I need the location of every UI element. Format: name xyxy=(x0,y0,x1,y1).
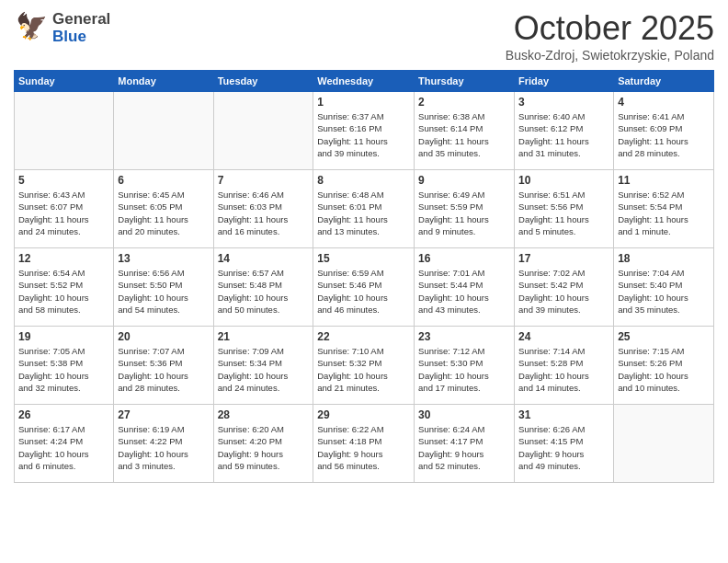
day-info: Sunrise: 6:22 AMSunset: 4:18 PMDaylight:… xyxy=(317,423,410,472)
day-info: Sunrise: 7:15 AMSunset: 5:26 PMDaylight:… xyxy=(618,345,710,394)
day-info: Sunrise: 6:51 AMSunset: 5:56 PMDaylight:… xyxy=(518,189,609,237)
col-wednesday: Wednesday xyxy=(313,71,415,92)
logo-blue: Blue xyxy=(52,29,110,46)
calendar-cell: 2Sunrise: 6:38 AMSunset: 6:14 PMDaylight… xyxy=(415,92,515,170)
calendar-cell xyxy=(213,92,313,170)
day-number: 1 xyxy=(317,96,410,109)
day-info: Sunrise: 6:38 AMSunset: 6:14 PMDaylight:… xyxy=(418,110,510,159)
day-number: 19 xyxy=(18,330,109,343)
day-info: Sunrise: 6:19 AMSunset: 4:22 PMDaylight:… xyxy=(118,423,209,472)
day-info: Sunrise: 7:09 AMSunset: 5:34 PMDaylight:… xyxy=(218,345,310,394)
calendar-table: Sunday Monday Tuesday Wednesday Thursday… xyxy=(14,70,714,483)
day-number: 30 xyxy=(418,408,510,421)
day-info: Sunrise: 6:40 AMSunset: 6:12 PMDaylight:… xyxy=(518,110,609,159)
calendar-cell: 11Sunrise: 6:52 AMSunset: 5:54 PMDayligh… xyxy=(614,170,714,248)
page-header: 🦅 General Blue October 2025 Busko-Zdroj,… xyxy=(14,9,714,63)
calendar-cell: 31Sunrise: 6:26 AMSunset: 4:15 PMDayligh… xyxy=(515,405,614,483)
day-info: Sunrise: 7:04 AMSunset: 5:40 PMDaylight:… xyxy=(618,267,710,316)
day-number: 25 xyxy=(618,330,710,343)
day-info: Sunrise: 7:07 AMSunset: 5:36 PMDaylight:… xyxy=(118,345,209,394)
page-container: 🦅 General Blue October 2025 Busko-Zdroj,… xyxy=(0,0,728,492)
day-number: 14 xyxy=(218,252,310,265)
col-saturday: Saturday xyxy=(614,71,714,92)
calendar-cell: 29Sunrise: 6:22 AMSunset: 4:18 PMDayligh… xyxy=(313,405,415,483)
day-info: Sunrise: 6:43 AMSunset: 6:07 PMDaylight:… xyxy=(18,189,109,237)
calendar-week-4: 19Sunrise: 7:05 AMSunset: 5:38 PMDayligh… xyxy=(15,327,714,405)
calendar-cell: 7Sunrise: 6:46 AMSunset: 6:03 PMDaylight… xyxy=(213,170,313,248)
day-number: 28 xyxy=(218,408,310,421)
calendar-week-3: 12Sunrise: 6:54 AMSunset: 5:52 PMDayligh… xyxy=(15,248,714,327)
calendar-cell xyxy=(15,92,114,170)
day-info: Sunrise: 6:26 AMSunset: 4:15 PMDaylight:… xyxy=(518,423,609,472)
calendar-cell: 25Sunrise: 7:15 AMSunset: 5:26 PMDayligh… xyxy=(614,327,714,405)
calendar-body: 1Sunrise: 6:37 AMSunset: 6:16 PMDaylight… xyxy=(15,92,714,483)
calendar-cell: 3Sunrise: 6:40 AMSunset: 6:12 PMDaylight… xyxy=(515,92,614,170)
day-info: Sunrise: 7:01 AMSunset: 5:44 PMDaylight:… xyxy=(418,267,510,316)
day-info: Sunrise: 6:24 AMSunset: 4:17 PMDaylight:… xyxy=(418,423,510,472)
calendar-cell: 16Sunrise: 7:01 AMSunset: 5:44 PMDayligh… xyxy=(415,248,515,327)
day-number: 2 xyxy=(418,96,510,109)
day-number: 26 xyxy=(18,408,109,421)
col-tuesday: Tuesday xyxy=(213,71,313,92)
month-title: October 2025 xyxy=(506,9,714,48)
day-number: 13 xyxy=(118,252,209,265)
day-info: Sunrise: 6:41 AMSunset: 6:09 PMDaylight:… xyxy=(618,110,710,159)
day-number: 16 xyxy=(418,252,510,265)
day-info: Sunrise: 7:12 AMSunset: 5:30 PMDaylight:… xyxy=(418,345,510,394)
day-number: 7 xyxy=(218,174,310,187)
day-info: Sunrise: 6:52 AMSunset: 5:54 PMDaylight:… xyxy=(618,189,710,237)
calendar-cell xyxy=(614,405,714,483)
svg-text:🦅: 🦅 xyxy=(16,11,48,41)
col-monday: Monday xyxy=(114,71,213,92)
title-block: October 2025 Busko-Zdroj, Swietokrzyskie… xyxy=(506,9,714,63)
day-info: Sunrise: 7:05 AMSunset: 5:38 PMDaylight:… xyxy=(18,345,109,394)
calendar-cell xyxy=(114,92,213,170)
location: Busko-Zdroj, Swietokrzyskie, Poland xyxy=(506,48,714,63)
calendar-cell: 23Sunrise: 7:12 AMSunset: 5:30 PMDayligh… xyxy=(415,327,515,405)
day-info: Sunrise: 6:37 AMSunset: 6:16 PMDaylight:… xyxy=(317,110,410,159)
day-number: 5 xyxy=(18,174,109,187)
calendar-week-1: 1Sunrise: 6:37 AMSunset: 6:16 PMDaylight… xyxy=(15,92,714,170)
calendar-cell: 8Sunrise: 6:48 AMSunset: 6:01 PMDaylight… xyxy=(313,170,415,248)
day-info: Sunrise: 7:14 AMSunset: 5:28 PMDaylight:… xyxy=(518,345,609,394)
day-number: 15 xyxy=(317,252,410,265)
col-sunday: Sunday xyxy=(15,71,114,92)
calendar-cell: 10Sunrise: 6:51 AMSunset: 5:56 PMDayligh… xyxy=(515,170,614,248)
day-info: Sunrise: 6:56 AMSunset: 5:50 PMDaylight:… xyxy=(118,267,209,316)
calendar-cell: 12Sunrise: 6:54 AMSunset: 5:52 PMDayligh… xyxy=(15,248,114,327)
calendar-cell: 22Sunrise: 7:10 AMSunset: 5:32 PMDayligh… xyxy=(313,327,415,405)
day-number: 31 xyxy=(518,408,609,421)
logo-icon: 🦅 xyxy=(14,9,49,48)
calendar-cell: 1Sunrise: 6:37 AMSunset: 6:16 PMDaylight… xyxy=(313,92,415,170)
day-number: 27 xyxy=(118,408,209,421)
day-number: 24 xyxy=(518,330,609,343)
day-info: Sunrise: 7:10 AMSunset: 5:32 PMDaylight:… xyxy=(317,345,410,394)
day-number: 4 xyxy=(618,96,710,109)
day-info: Sunrise: 6:54 AMSunset: 5:52 PMDaylight:… xyxy=(18,267,109,316)
day-number: 10 xyxy=(518,174,609,187)
day-number: 9 xyxy=(418,174,510,187)
day-number: 3 xyxy=(518,96,609,109)
calendar-cell: 13Sunrise: 6:56 AMSunset: 5:50 PMDayligh… xyxy=(114,248,213,327)
calendar-week-2: 5Sunrise: 6:43 AMSunset: 6:07 PMDaylight… xyxy=(15,170,714,248)
calendar-cell: 20Sunrise: 7:07 AMSunset: 5:36 PMDayligh… xyxy=(114,327,213,405)
calendar-header: Sunday Monday Tuesday Wednesday Thursday… xyxy=(15,71,714,92)
day-info: Sunrise: 6:57 AMSunset: 5:48 PMDaylight:… xyxy=(218,267,310,316)
day-info: Sunrise: 6:17 AMSunset: 4:24 PMDaylight:… xyxy=(18,423,109,472)
day-number: 17 xyxy=(518,252,609,265)
day-info: Sunrise: 6:48 AMSunset: 6:01 PMDaylight:… xyxy=(317,189,410,237)
calendar-cell: 30Sunrise: 6:24 AMSunset: 4:17 PMDayligh… xyxy=(415,405,515,483)
day-number: 29 xyxy=(317,408,410,421)
calendar-cell: 21Sunrise: 7:09 AMSunset: 5:34 PMDayligh… xyxy=(213,327,313,405)
day-number: 12 xyxy=(18,252,109,265)
logo: 🦅 General Blue xyxy=(14,9,110,48)
day-info: Sunrise: 7:02 AMSunset: 5:42 PMDaylight:… xyxy=(518,267,609,316)
day-number: 20 xyxy=(118,330,209,343)
calendar-cell: 4Sunrise: 6:41 AMSunset: 6:09 PMDaylight… xyxy=(614,92,714,170)
day-number: 6 xyxy=(118,174,209,187)
day-number: 8 xyxy=(317,174,410,187)
calendar-cell: 27Sunrise: 6:19 AMSunset: 4:22 PMDayligh… xyxy=(114,405,213,483)
logo-text: General Blue xyxy=(52,11,110,45)
calendar-cell: 6Sunrise: 6:45 AMSunset: 6:05 PMDaylight… xyxy=(114,170,213,248)
calendar-cell: 28Sunrise: 6:20 AMSunset: 4:20 PMDayligh… xyxy=(213,405,313,483)
